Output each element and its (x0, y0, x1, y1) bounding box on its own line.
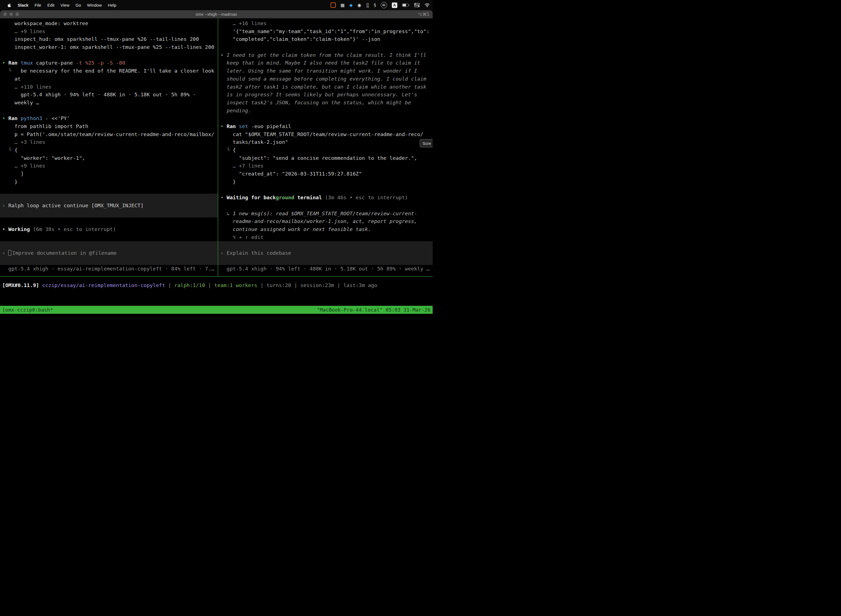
text-segment: › (2, 250, 8, 256)
menu-item-go[interactable]: Go (72, 3, 84, 7)
terminal-line: inspect task2's JSON, focusing on the st… (218, 99, 433, 107)
text-segment: "worker": "worker-1", (2, 155, 85, 161)
wifi-icon[interactable] (424, 2, 430, 8)
terminal-line: ⌥ + ↑ edit (218, 233, 433, 242)
terminal-line: "completed","claim_token":"claim-token"}… (218, 35, 433, 43)
terminal-line: └ { (218, 146, 433, 154)
text-segment: › (2, 202, 8, 208)
text-segment: gpt-5.4 xhigh · 94% left · 488K in · 5.1… (220, 266, 429, 271)
screen-recording-indicator[interactable] (331, 3, 336, 8)
terminal-line (0, 186, 218, 194)
text-segment: └ (2, 147, 15, 153)
terminal-line: • Working (6m 38s • esc to interrupt) (0, 226, 218, 233)
text-segment: '{"team_name":"my-team","task_id":"1","f… (220, 28, 429, 34)
terminal-line: continue assigned work or next feasible … (218, 226, 433, 233)
battery-icon[interactable] (402, 2, 409, 8)
text-segment: is in progress? It seems likely but perh… (220, 92, 417, 97)
terminal-line: weekly … (0, 99, 218, 107)
terminal-line (0, 233, 218, 242)
text-segment: (6m 38s • esc to interrupt) (33, 226, 116, 232)
composer-input-right[interactable]: › Explain this codebase (218, 249, 433, 257)
terminal-pane-right: … +16 lines '{"team_name":"my-team","tas… (218, 19, 433, 276)
text-segment: 1 new msg(s): read $OMX_TEAM_STATE_ROOT/… (233, 211, 417, 216)
tmux-panes: workspace_mode: worktree … +9 lines insp… (0, 19, 433, 277)
terminal-line: from pathlib import Path (0, 123, 218, 131)
terminal-line: … +9 lines (0, 162, 218, 170)
text-segment: cat "$OMX_TEAM_STATE_ROOT/team/review-cu… (220, 131, 423, 137)
menu-item-view[interactable]: View (57, 3, 72, 7)
text-segment: gpt-5.4 xhigh · 94% left · 488K in · 5.1… (2, 92, 196, 97)
ralph-loop-status-input[interactable]: › Ralph loop active continue [OMX_TMUX_I… (0, 202, 218, 210)
terminal-line: inspect_worker-1: omx sparkshell --tmux-… (0, 43, 218, 51)
terminal-line (218, 186, 433, 194)
terminal-line (0, 107, 218, 115)
app-glyph-icon[interactable]: § (374, 2, 376, 8)
text-segment: Ran (227, 123, 239, 129)
dots-grid-icon[interactable]: ⣿ (366, 2, 369, 8)
menu-bar-left: Slack FileEditViewGoWindowHelp (4, 3, 119, 8)
apple-menu[interactable] (4, 3, 15, 8)
tmux-session-window[interactable]: [omx-cczip0:bash* (2, 306, 53, 314)
text-segment: p = Path('.omx/state/team/review-current… (2, 131, 214, 137)
menu-item-help[interactable]: Help (105, 3, 119, 7)
raycast-icon[interactable]: ◆ (349, 2, 353, 8)
window-shortcut-hint: ⌥⌘1 (418, 12, 429, 17)
text-segment: ⌥ + ↑ edit (220, 234, 264, 240)
tmux-status-bar: [omx-cczip0:bash* "MacBook-Pro-44.local"… (0, 306, 433, 314)
input-source-icon[interactable]: A (392, 3, 397, 8)
omx-status-line: [OMX#0.11.9] cczip/essay/ai-reimplementa… (0, 282, 433, 289)
text-segment: { (233, 147, 236, 153)
control-center-icon[interactable] (414, 2, 420, 8)
terminal-line: later. Using the same for transition mig… (218, 67, 433, 75)
text-segment: keep that in mind. Maybe I also need the… (220, 60, 420, 66)
text-segment: capture-pane (36, 60, 76, 66)
text-segment: … +7 lines (220, 163, 264, 169)
text-segment: pending. (220, 108, 251, 113)
text-segment: weekly … (2, 100, 39, 106)
text-segment: ] (2, 171, 24, 177)
text-segment: Improve documentation in @filename (12, 250, 117, 256)
text-segment: › (220, 250, 227, 256)
terminal-line: … +110 lines (0, 83, 218, 91)
text-segment: • (220, 52, 227, 58)
terminal-line: • Waiting for background terminal (3m 46… (218, 194, 433, 202)
menu-items: FileEditViewGoWindowHelp (31, 3, 119, 7)
menu-bar: Slack FileEditViewGoWindowHelp ▦ ◆ ◉ ⣿ §… (0, 0, 433, 10)
terminal-content: workspace_mode: worktree … +9 lines insp… (0, 19, 433, 317)
text-segment: inspect task2's JSON, focusing on the st… (220, 100, 411, 106)
terminal-line: … +9 lines (0, 28, 218, 35)
terminal-line: gpt-5.4 xhigh · 94% left · 488K in · 5.1… (218, 265, 433, 273)
terminal-pane-left: workspace_mode: worktree … +9 lines insp… (0, 19, 218, 276)
menu-item-window[interactable]: Window (84, 3, 105, 7)
text-segment: later. Using the same for transition mig… (220, 68, 417, 74)
terminal-line: … +3 lines (0, 138, 218, 146)
battery-percent-badge[interactable]: 61 (381, 2, 387, 8)
terminal-line: "created_at": "2026-03-31T11:59:27.816Z" (218, 170, 433, 178)
window-grid-icon[interactable]: ▦ (340, 2, 344, 8)
text-segment: ralph:1/10 (174, 282, 205, 288)
menu-item-edit[interactable]: Edit (44, 3, 57, 7)
text-segment: cczip/essay/ai-reimplementation-copyleft (42, 282, 165, 288)
record-circle-icon[interactable]: ◉ (357, 2, 361, 8)
text-segment: gpt-5.4 xhigh · essay/ai-reimplementatio… (2, 266, 214, 271)
screen-overlay-badge: Scre (420, 139, 433, 147)
text-segment: Ran (8, 115, 21, 121)
input-band-row (0, 241, 218, 249)
apple-logo-icon (7, 3, 11, 8)
text-segment: readme-and-reco/mailbox/worker-1.json, a… (220, 218, 417, 224)
app-menu-slack[interactable]: Slack (15, 3, 31, 7)
terminal-line: p = Path('.omx/state/team/review-current… (0, 131, 218, 139)
text-segment: at (2, 76, 21, 82)
text-segment: [OMX#0.11.9] (2, 282, 42, 288)
text-segment: ↳ (220, 211, 233, 216)
window-title-bar[interactable]: omx --xhigh --madmax ⌥⌘1 (0, 10, 433, 19)
composer-input-left[interactable]: › Improve documentation in @filename (0, 249, 218, 257)
text-segment: • (2, 115, 8, 121)
text-segment: I need to get the claim token from the c… (227, 52, 426, 58)
text-segment: └ (220, 147, 233, 153)
text-segment: "subject": "send a concise recommendatio… (220, 155, 417, 161)
text-segment: ground (276, 195, 294, 200)
text-segment: … +9 lines (2, 28, 45, 34)
menu-item-file[interactable]: File (31, 3, 44, 7)
input-band-row (218, 241, 433, 249)
